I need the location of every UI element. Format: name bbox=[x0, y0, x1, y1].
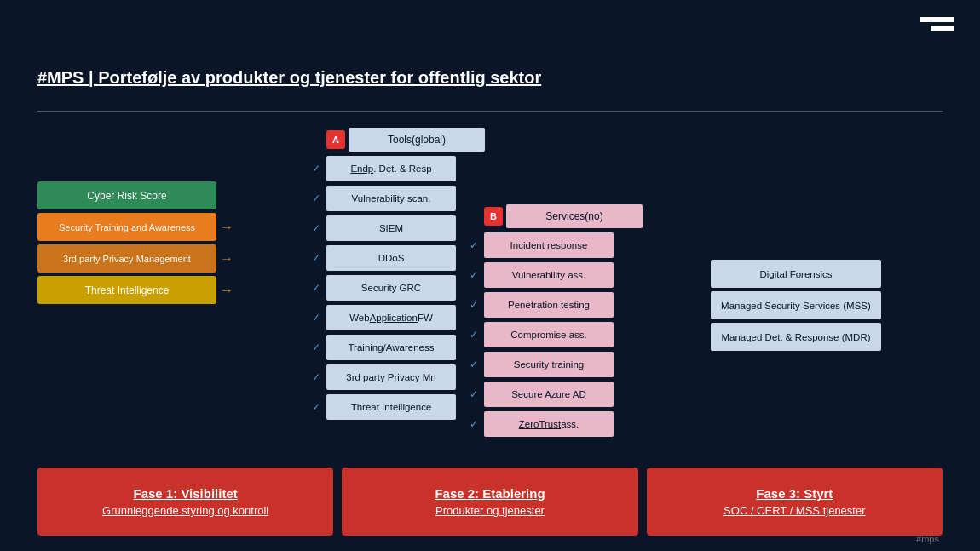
scheck-6: ✓ bbox=[464, 418, 484, 430]
check-4: ✓ bbox=[306, 282, 326, 294]
tools-row-5: ✓ Web Application FW bbox=[306, 303, 485, 331]
service-zerotrust: ZeroTrust ass. bbox=[484, 411, 614, 437]
service-compromise: Compromise ass. bbox=[484, 322, 614, 347]
tool-grc: Security GRC bbox=[326, 275, 456, 301]
phase-3: Fase 3: Styrt SOC / CERT / MSS tjenester bbox=[647, 468, 943, 536]
services-row-6: ✓ ZeroTrust ass. bbox=[464, 410, 643, 438]
right-mss: Managed Security Services (MSS) bbox=[711, 291, 881, 319]
tools-header-row: A Tools(global) bbox=[326, 128, 485, 152]
logo bbox=[920, 17, 954, 31]
tool-vuln: Vulnerability scan. bbox=[326, 186, 456, 211]
label-threat-intel: Threat Intelligence → bbox=[37, 276, 216, 304]
services-row-3: ✓ Compromise ass. bbox=[464, 320, 643, 348]
scheck-5: ✓ bbox=[464, 388, 484, 400]
check-0: ✓ bbox=[306, 163, 326, 175]
check-6: ✓ bbox=[306, 342, 326, 353]
label-privacy: 3rd party Privacy Management → bbox=[37, 244, 216, 273]
services-row-4: ✓ Security training bbox=[464, 350, 643, 378]
title-divider bbox=[37, 111, 943, 112]
tools-row-4: ✓ Security GRC bbox=[306, 273, 485, 301]
check-8: ✓ bbox=[306, 401, 326, 413]
phase-1-title: Fase 1: Visibilitet bbox=[134, 486, 238, 501]
service-incident: Incident response bbox=[484, 232, 614, 258]
check-1: ✓ bbox=[306, 192, 326, 204]
services-section: B Services(no) ✓ Incident response ✓ Vul… bbox=[464, 204, 643, 439]
phase-1: Fase 1: Visibilitet Grunnleggende styrin… bbox=[37, 468, 333, 536]
scheck-3: ✓ bbox=[464, 329, 484, 341]
label-cyber-risk: Cyber Risk Score bbox=[37, 181, 216, 209]
phase-3-title: Fase 3: Styrt bbox=[756, 486, 833, 501]
label-security-training: Security Training and Awareness → bbox=[37, 213, 216, 241]
right-mdr: Managed Det. & Response (MDR) bbox=[711, 323, 881, 351]
tools-row-0: ✓ Endp. Det. & Resp bbox=[306, 154, 485, 182]
logo-bar-1 bbox=[920, 17, 954, 22]
tools-row-2: ✓ SIEM bbox=[306, 214, 485, 242]
title-prefix: #MPS | bbox=[37, 68, 98, 87]
badge-b: B bbox=[484, 207, 503, 226]
tools-row-1: ✓ Vulnerability scan. bbox=[306, 184, 485, 212]
badge-a: A bbox=[326, 130, 345, 149]
phase-1-subtitle: Grunnleggende styring og kontroll bbox=[102, 504, 268, 517]
tools-row-8: ✓ Threat Intelligence bbox=[306, 393, 485, 421]
tool-endp: Endp. Det. & Resp bbox=[326, 156, 456, 181]
services-row-5: ✓ Secure Azure AD bbox=[464, 380, 643, 408]
services-row-2: ✓ Penetration testing bbox=[464, 290, 643, 319]
service-pentest: Penetration testing bbox=[484, 292, 614, 318]
tools-header: Tools(global) bbox=[349, 128, 485, 152]
arrow-threat-intel: → bbox=[220, 283, 233, 298]
scheck-4: ✓ bbox=[464, 359, 484, 370]
left-labels: Cyber Risk Score Security Training and A… bbox=[37, 181, 216, 306]
tool-ddos: DDoS bbox=[326, 245, 456, 271]
arrow-security-training: → bbox=[220, 220, 233, 235]
page-title: #MPS | Portefølje av produkter og tjenes… bbox=[37, 68, 541, 88]
arrow-privacy: → bbox=[220, 251, 233, 267]
phase-2-subtitle: Produkter og tjenester bbox=[435, 504, 545, 517]
scheck-2: ✓ bbox=[464, 299, 484, 311]
services-row-1: ✓ Vulnerability ass. bbox=[464, 261, 643, 289]
title-underlined: Portefølje av produkter og tjenester for… bbox=[98, 68, 541, 87]
tools-row-6: ✓ Training/Awareness bbox=[306, 333, 485, 361]
tools-row-7: ✓ 3rd party Privacy Mn bbox=[306, 363, 485, 391]
tools-section: A Tools(global) ✓ Endp. Det. & Resp ✓ Vu… bbox=[306, 128, 485, 422]
phases: Fase 1: Visibilitet Grunnleggende styrin… bbox=[0, 468, 980, 536]
phase-2-title: Fase 2: Etablering bbox=[435, 486, 545, 501]
tool-training: Training/Awareness bbox=[326, 335, 456, 360]
service-vuln: Vulnerability ass. bbox=[484, 262, 614, 288]
phase-2: Fase 2: Etablering Produkter og tjeneste… bbox=[342, 468, 637, 536]
tool-privacy: 3rd party Privacy Mn bbox=[326, 364, 456, 390]
service-azure: Secure Azure AD bbox=[484, 382, 614, 407]
logo-bar-2 bbox=[931, 26, 954, 31]
hashtag: #mps bbox=[916, 534, 939, 544]
tool-web: Web Application FW bbox=[326, 305, 456, 330]
check-7: ✓ bbox=[306, 371, 326, 383]
scheck-1: ✓ bbox=[464, 269, 484, 281]
scheck-0: ✓ bbox=[464, 239, 484, 251]
check-2: ✓ bbox=[306, 222, 326, 234]
right-column: Digital Forensics Managed Security Servi… bbox=[711, 260, 881, 351]
service-sectraining: Security training bbox=[484, 352, 614, 377]
tool-siem: SIEM bbox=[326, 215, 456, 241]
check-3: ✓ bbox=[306, 252, 326, 264]
right-forensics: Digital Forensics bbox=[711, 260, 881, 288]
check-5: ✓ bbox=[306, 312, 326, 324]
services-header-row: B Services(no) bbox=[484, 204, 643, 228]
phase-3-subtitle: SOC / CERT / MSS tjenester bbox=[723, 504, 865, 517]
tool-threat: Threat Intelligence bbox=[326, 394, 456, 420]
services-row-0: ✓ Incident response bbox=[464, 231, 643, 259]
services-header: Services(no) bbox=[506, 204, 643, 228]
tools-row-3: ✓ DDoS bbox=[306, 244, 485, 272]
